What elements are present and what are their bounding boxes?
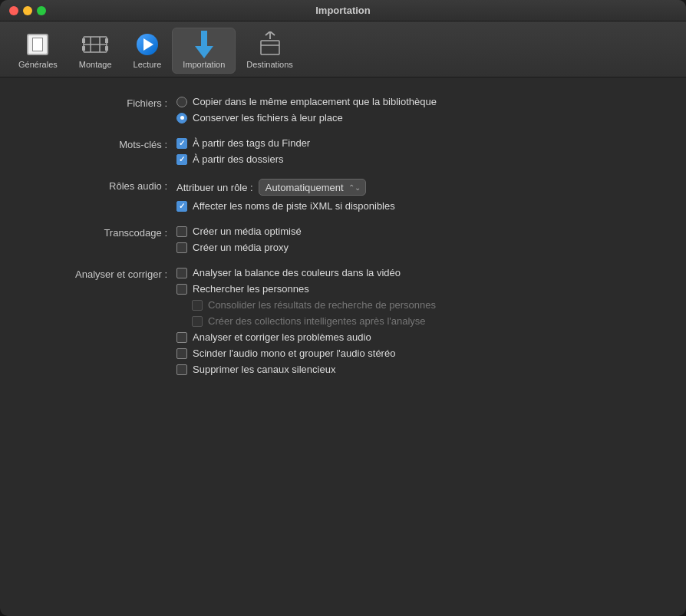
transcodage-option-optimise: Créer un média optimisé [176,226,655,237]
window-title: Importation [315,5,371,16]
destinations-icon [256,31,284,58]
analyser-option-audio: Analyser et corriger les problèmes audio [176,331,655,343]
analyser-option-mono: Scinder l'audio mono et grouper l'audio … [176,348,655,359]
radio-copier[interactable] [176,97,187,107]
analyser-label: Analyser et corriger : [31,267,176,280]
fichiers-conserver-label: Conserver les fichiers à leur place [193,112,343,124]
toolbar-item-importation[interactable]: Importation [172,28,236,74]
checkbox-affecter-check: ✓ [179,203,185,210]
transcodage-row: Transcodage : Créer un média optimisé Cr… [31,226,655,253]
toolbar-label-montage: Montage [79,60,112,69]
toolbar-item-destinations[interactable]: Destinations [236,28,304,74]
mots-cles-option-dossiers: ✓ À partir des dossiers [176,153,655,165]
mots-cles-row: Mots-clés : ✓ À partir des tags du Finde… [31,137,655,165]
transcodage-controls: Créer un média optimisé Créer un média p… [176,226,655,253]
affecter-label: Affecter les noms de piste iXML si dispo… [193,200,395,212]
svg-rect-4 [82,38,85,43]
analyser-option-collections: Créer des collections intelligentes aprè… [176,315,655,327]
roles-audio-label: Rôles audio : [31,179,176,192]
svg-rect-5 [82,46,85,51]
roles-audio-dropdown-row: Attribuer un rôle : Automatiquement ⌃⌄ [176,179,395,196]
analyser-consolider-label: Consolider les résultats de recherche de… [208,299,436,311]
fichiers-copier-label: Copier dans le même emplacement que la b… [193,96,437,107]
svg-rect-6 [105,38,108,43]
roles-audio-controls: Attribuer un rôle : Automatiquement ⌃⌄ ✓… [176,179,395,212]
mots-cles-label: Mots-clés : [31,137,176,150]
radio-conserver[interactable] [176,113,187,124]
attribuer-label: Attribuer un rôle : [176,182,253,193]
content-area: Fichiers : Copier dans le même emplaceme… [0,77,686,407]
close-button[interactable] [9,6,18,15]
montage-icon [81,31,109,58]
mots-cles-dossiers-label: À partir des dossiers [193,153,284,165]
svg-rect-9 [261,41,279,54]
analyser-mono-label: Scinder l'audio mono et grouper l'audio … [193,348,395,359]
transcodage-proxy-label: Créer un média proxy [193,242,289,253]
fichiers-controls: Copier dans le même emplacement que la b… [176,96,655,124]
checkbox-tags[interactable]: ✓ [176,138,187,149]
fichiers-option-copier: Copier dans le même emplacement que la b… [176,96,655,107]
checkbox-balance[interactable] [176,268,187,278]
analyser-option-silence: Supprimer les canaux silencieux [176,364,655,375]
toolbar-label-lecture: Lecture [134,60,162,69]
roles-dropdown[interactable]: Automatiquement ⌃⌄ [259,179,366,196]
analyser-option-personnes: Rechercher les personnes [176,283,655,295]
window-controls [9,6,46,15]
svg-rect-7 [105,46,108,51]
toolbar-item-montage[interactable]: Montage [68,28,123,74]
checkbox-dossiers[interactable]: ✓ [176,154,187,165]
analyser-silence-label: Supprimer les canaux silencieux [193,364,335,375]
checkbox-collections[interactable] [192,316,203,327]
window: Importation Générales [0,0,686,616]
checkbox-audio[interactable] [176,332,187,343]
fichiers-option-conserver: Conserver les fichiers à leur place [176,112,655,124]
checkbox-affecter[interactable]: ✓ [176,201,187,212]
toolbar-item-generales[interactable]: Générales [8,28,68,74]
checkbox-mono[interactable] [176,348,187,359]
analyser-option-consolider: Consolider les résultats de recherche de… [176,299,655,311]
analyser-balance-label: Analyser la balance des couleurs dans la… [193,267,401,278]
analyser-controls: Analyser la balance des couleurs dans la… [176,267,655,375]
checkbox-proxy[interactable] [176,242,187,253]
fichiers-row: Fichiers : Copier dans le même emplaceme… [31,96,655,124]
analyser-audio-label: Analyser et corriger les problèmes audio [193,331,371,343]
checkbox-optimise[interactable] [176,226,187,237]
roles-dropdown-chevron: ⌃⌄ [348,183,361,192]
importation-icon [190,31,218,58]
analyser-row: Analyser et corriger : Analyser la balan… [31,267,655,375]
svg-marker-8 [195,31,213,58]
generales-icon [24,31,51,58]
roles-audio-row: Rôles audio : Attribuer un rôle : Automa… [31,179,655,212]
analyser-personnes-label: Rechercher les personnes [193,283,309,295]
toolbar-item-lecture[interactable]: Lecture [123,28,173,74]
transcodage-option-proxy: Créer un média proxy [176,242,655,253]
toolbar-label-generales: Générales [18,60,58,69]
checkbox-silence[interactable] [176,364,187,375]
fichiers-label: Fichiers : [31,96,176,109]
roles-dropdown-value: Automatiquement [265,182,344,193]
transcodage-label: Transcodage : [31,226,176,239]
checkbox-tags-check: ✓ [179,140,185,147]
analyser-option-balance: Analyser la balance des couleurs dans la… [176,267,655,278]
analyser-collections-label: Créer des collections intelligentes aprè… [208,315,426,327]
lecture-icon [134,31,161,58]
minimize-button[interactable] [23,6,32,15]
toolbar-label-destinations: Destinations [246,60,293,69]
checkbox-personnes[interactable] [176,284,187,295]
toolbar-label-importation: Importation [183,60,225,69]
maximize-button[interactable] [37,6,46,15]
checkbox-consolider[interactable] [192,300,203,311]
roles-audio-affecter-row: ✓ Affecter les noms de piste iXML si dis… [176,200,395,212]
mots-cles-tags-label: À partir des tags du Finder [193,137,310,149]
titlebar: Importation [0,0,686,21]
transcodage-optimise-label: Créer un média optimisé [193,226,302,237]
checkbox-dossiers-check: ✓ [179,156,185,163]
radio-conserver-inner [180,116,184,120]
toolbar: Générales Montage [0,21,686,77]
mots-cles-option-tags: ✓ À partir des tags du Finder [176,137,655,149]
mots-cles-controls: ✓ À partir des tags du Finder ✓ À partir… [176,137,655,165]
